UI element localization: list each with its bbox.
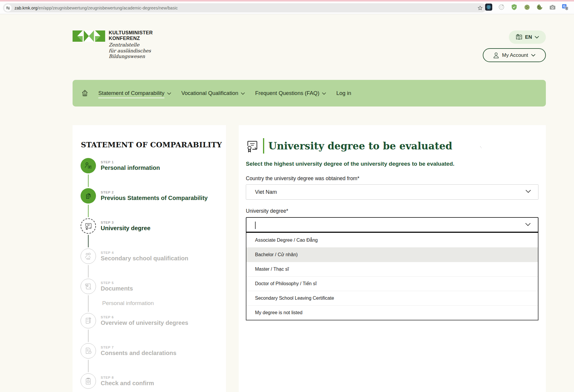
step-personal-information[interactable]: STEP 1 Personal information [81,158,226,173]
person-form-icon [81,158,96,173]
kmk-logo[interactable]: KULTUSMINISTER KONFERENZ Zentralstelle f… [73,30,153,59]
step-number: STEP 1 [101,160,160,164]
heading-accent-bar [263,138,264,154]
intro-text: Select the highest university degree of … [246,161,546,167]
step-connector [81,173,226,188]
steps-list: STEP 1 Personal information STEP 2 Previ… [81,158,226,389]
degree-options-list: Associate Degree / Cao Đẳng Bachelor / C… [246,233,538,320]
section-header: University degree to be evaluated [245,138,546,154]
substep-personal-information[interactable]: Personal information [102,300,154,306]
option-master[interactable]: Master / Thạc sĩ [246,262,538,276]
language-chevron-icon [535,36,539,38]
option-doctor-of-philosophy[interactable]: Doctor of Philosophy / Tiến sĩ [246,276,538,291]
page-title: University degree to be evaluated [268,140,452,152]
document-info-icon [81,343,96,359]
nav-statement-of-comparability[interactable]: Statement of Comparability [98,90,171,96]
checklist-pen-icon [81,313,96,328]
nav-vocational-qualification[interactable]: Vocational Qualification [181,90,245,96]
user-icon [493,52,499,58]
text-cursor [255,222,256,229]
home-icon[interactable] [81,90,88,97]
camera-extension-icon[interactable] [549,4,556,11]
step-connector: Personal information [81,294,226,313]
nav-label: Vocational Qualification [181,90,238,96]
step-secondary-school-qualification[interactable]: STEP 4 Secondary school qualification [81,249,226,264]
step-label: Overview of university degrees [101,320,188,326]
degree-label: University degree* [246,208,546,214]
steps-sidebar: STATEMENT OF COMPARABILITY STEP 1 Person… [73,125,226,392]
nav-log-in[interactable]: Log in [336,90,351,96]
step-overview-of-university-degrees[interactable]: STEP 6 Overview of university degrees [81,313,226,328]
svg-text:G: G [563,5,565,8]
bookmark-star-icon[interactable] [477,5,483,11]
cookie-dark-extension-icon[interactable] [536,4,543,11]
step-university-degree[interactable]: STEP 3 University degree [81,218,226,234]
step-connector [81,359,226,373]
svg-text:文: 文 [566,7,568,10]
step-previous-statements[interactable]: STEP 2 Previous Statements of Comparabil… [81,188,226,204]
react-devtools-icon[interactable] [485,4,492,11]
chrome-top-strip [0,0,574,1]
chevron-down-icon [525,223,531,226]
brand-subtitle-3: Bildungswesen [109,54,153,59]
account-chevron-icon [531,54,535,57]
nav-label: Frequent Questions (FAQ) [255,90,319,96]
nav-frequent-questions[interactable]: Frequent Questions (FAQ) [255,90,326,96]
country-select[interactable]: Viet Nam [246,184,538,200]
main-navigation: Statement of Comparability Vocational Qu… [73,80,546,107]
step-check-and-confirm[interactable]: STEP 8 Check and confirm [81,373,226,389]
translate-extension-icon[interactable]: G文 [562,4,569,11]
step-number: STEP 4 [101,251,188,254]
step-number: STEP 7 [101,346,177,349]
language-book-icon [516,34,522,40]
chevron-down-icon [525,190,531,193]
nav-label: Log in [336,90,351,96]
stray-mark: ’· [480,146,482,149]
url-text[interactable]: zab.kmk.org/en/app/zeugnisbewertung/zeug… [15,6,178,10]
step-connector [81,264,226,279]
documents-icon [81,188,96,204]
option-associate-degree[interactable]: Associate Degree / Cao Đẳng [246,233,538,247]
country-value: Viet Nam [255,189,277,195]
kmk-logo-mark [73,30,105,42]
option-my-degree-is-not-listed[interactable]: My degree is not listed [246,305,538,320]
option-bachelor[interactable]: Bachelor / Cử nhân) [246,247,538,262]
address-bar[interactable]: zab.kmk.org/en/app/zeugnisbewertung/zeug… [3,3,486,12]
my-account-label: My Account [502,52,528,58]
degree-combobox[interactable] [246,217,538,233]
step-label: Documents [101,285,133,292]
step-label: Personal information [101,164,160,171]
option-secondary-school-leaving-certificate[interactable]: Secondary School Leaving Certificate [246,291,538,305]
step-documents[interactable]: STEP 5 Documents [81,279,226,294]
shield-extension-icon[interactable] [511,4,518,11]
step-label: University degree [101,225,150,232]
certificate-icon [81,218,96,234]
step-label: Check and confirm [101,380,154,387]
my-account-button[interactable]: My Account [483,48,546,62]
brand-line2: KONFERENZ [109,36,153,41]
step-label: Consents and declarations [101,350,177,356]
sidebar-title: STATEMENT OF COMPARABILITY [81,141,226,149]
orbit-extension-icon[interactable] [498,4,505,11]
url-host: zab.kmk.org [15,6,37,10]
step-connector [81,328,226,343]
brand-subtitle-1: Zentralstelle [109,42,153,48]
country-label: Country the university degree was obtain… [246,175,546,182]
form-panel: University degree to be evaluated ’· Sel… [239,125,546,392]
extension-icons: G文 [485,4,569,11]
cookie-extension-icon[interactable] [523,4,530,11]
url-path: /en/app/zeugnisbewertung/zeugnisbewertun… [37,6,178,10]
step-label: Secondary school qualification [101,255,188,262]
students-icon [81,249,96,264]
language-label: EN [525,34,532,40]
site-settings-icon[interactable] [4,4,12,12]
step-consents-and-declarations[interactable]: STEP 7 Consents and declarations [81,343,226,359]
step-label: Previous Statements of Comparability [101,195,208,201]
language-selector[interactable]: EN [509,30,546,44]
chevron-down-icon [322,92,326,95]
brand-line1: KULTUSMINISTER [109,30,153,36]
step-connector [81,204,226,218]
nav-label: Statement of Comparability [98,90,164,96]
certificate-icon [245,139,259,153]
brand-subtitle-2: für ausländisches [109,48,153,54]
